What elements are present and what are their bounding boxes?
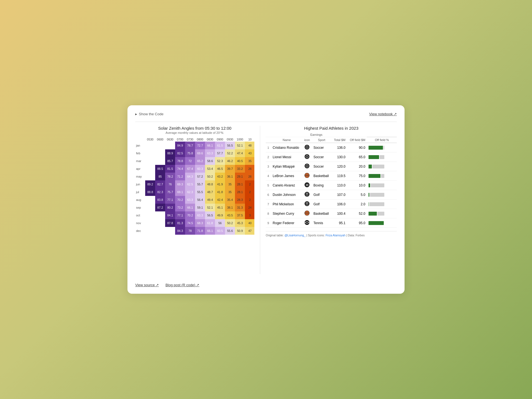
name-cell: Lionel Messi <box>271 152 302 162</box>
icon-cell <box>302 200 312 209</box>
heatmap-container: 0530060006300700073008000830090009301000… <box>135 137 254 235</box>
heatmap-cell: 40.5 <box>235 157 245 165</box>
athlete-row: 1 Cristiano Ronaldo Soccer 136.0 90.0 <box>266 143 397 152</box>
off-field-cell: 20.0 <box>347 162 367 171</box>
show-code-toggle[interactable]: ▶ Show the Code <box>135 112 163 116</box>
bar-cell <box>367 209 397 218</box>
heatmap-cell: 48.7 <box>205 188 215 196</box>
total-cell: 120.0 <box>331 162 347 171</box>
heatmap-cell: 78.7 <box>185 142 195 149</box>
heatmap-cell <box>145 211 155 219</box>
heatmap-cell: 71.2 <box>175 173 185 180</box>
heatmap-cell: 74.4 <box>175 165 185 173</box>
bar-cell <box>367 218 397 228</box>
heatmap-cell: 74.5 <box>185 219 195 227</box>
heatmap-row: may8578.271.264.357.250.243.236.129.126 <box>135 173 254 180</box>
triangle-icon: ▶ <box>135 113 137 116</box>
heatmap-cell: 28.1 <box>235 188 245 196</box>
solar-chart-title: Solar Zenith Angles from 05:30 to 12:00 <box>135 126 254 131</box>
view-notebook-link[interactable]: View notebook ↗ <box>369 112 397 116</box>
col-header: 0900 <box>215 137 225 142</box>
heatmap-cell: 33.2 <box>235 165 245 173</box>
athletes-table-title: Highest Paid Athletes in 2023 <box>266 126 397 131</box>
month-label: mar <box>135 157 145 165</box>
rank-cell: 6 <box>266 190 271 200</box>
total-cell: 110.0 <box>331 181 347 190</box>
heatmap-cell: 26 <box>245 173 254 180</box>
heatmap-cell: 76 <box>165 180 175 188</box>
col-header: 1000 <box>235 137 245 142</box>
heatmap-cell: 49.9 <box>215 211 225 219</box>
svg-point-29 <box>306 193 308 194</box>
heatmap-row: jan84.978.772.766.161.556.552.148 <box>135 142 254 149</box>
month-label: may <box>135 173 145 180</box>
heatmap-cell: 72 <box>185 157 195 165</box>
heatmap-cell: 88.8 <box>145 188 155 196</box>
main-content: Solar Zenith Angles from 05:30 to 12:00 … <box>135 126 397 274</box>
heatmap-cell: 61.5 <box>215 142 225 149</box>
heatmap-cell: 70.2 <box>185 211 195 219</box>
heatmap-cell <box>155 157 165 165</box>
bar-cell <box>367 162 397 171</box>
icon-cell <box>302 143 312 152</box>
rank-cell: 3 <box>266 162 271 171</box>
total-cell: 130.0 <box>331 152 347 162</box>
heatmap-row: apr88.581.574.467.460.353.446.539.733.22… <box>135 165 254 173</box>
heatmap-cell: 57.7 <box>215 149 225 157</box>
show-code-label: Show the Code <box>139 112 163 116</box>
footer-text-mid: | Sports icons: <box>306 234 326 237</box>
bar-cell <box>367 190 397 200</box>
col-header: 0600 <box>155 137 165 142</box>
blog-post-link[interactable]: Blog post (R code) ↗ <box>165 283 199 287</box>
heatmap-cell <box>145 219 155 227</box>
heatmap-cell: 72.7 <box>195 142 205 149</box>
heatmap-cell: 56.5 <box>205 211 215 219</box>
heatmap-cell: 40 <box>245 219 254 227</box>
heatmap-cell: 69.1 <box>175 188 185 196</box>
sport-cell: Tennis <box>312 218 331 228</box>
athlete-row: 4 LeBron James Basketball 119.5 75.0 <box>266 171 397 181</box>
view-source-link[interactable]: View source ↗ <box>135 283 159 287</box>
heatmap-cell: 66.1 <box>205 227 215 235</box>
heatmap-cell: 47 <box>245 227 254 235</box>
name-cell: LeBron James <box>271 171 302 181</box>
month-label: dec <box>135 227 145 235</box>
heatmap-cell: 84.9 <box>175 142 185 149</box>
heatmap-row: nov87.881.374.568.361.85650.245.340 <box>135 219 254 227</box>
heatmap-row: oct84.177.170.263.356.549.943.537.53 <box>135 211 254 219</box>
heatmap-cell <box>145 173 155 180</box>
col-header: 0700 <box>175 137 185 142</box>
heatmap-row: aug83.877.170.263.356.449.442.435.428.32 <box>135 196 254 204</box>
heatmap-cell: 43.2 <box>215 173 225 180</box>
heatmap-cell: 52.3 <box>215 157 225 165</box>
heatmap-cell: 35 <box>225 188 235 196</box>
month-label: nov <box>135 219 145 227</box>
icon-cell <box>302 152 312 162</box>
heatmap-cell: 75.7 <box>165 188 175 196</box>
footer-link-firza[interactable]: Firza Alamsyah <box>326 234 346 237</box>
heatmap-cell: 41.9 <box>215 180 225 188</box>
total-cell: 119.5 <box>331 171 347 181</box>
footer-link-lisa[interactable]: @LisaHornung_ <box>285 234 306 237</box>
heatmap-cell: 46.2 <box>225 157 235 165</box>
heatmap-cell: 85 <box>155 173 165 180</box>
solar-panel: Solar Zenith Angles from 05:30 to 12:00 … <box>135 126 260 274</box>
top-bar: ▶ Show the Code View notebook ↗ <box>135 112 397 116</box>
heatmap-cell: 63.3 <box>185 196 195 204</box>
heatmap-cell <box>155 227 165 235</box>
heatmap-cell: 42.4 <box>215 196 225 204</box>
off-field-cell: 75.0 <box>347 171 367 181</box>
rank-cell: 1 <box>266 143 271 152</box>
earnings-header: Earnings <box>266 132 367 137</box>
heatmap-cell: 65.2 <box>195 157 205 165</box>
athlete-row: 8 Stephen Curry Basketball 100.4 52.0 <box>266 209 397 218</box>
off-field-cell: 65.0 <box>347 152 367 162</box>
heatmap-cell: 35 <box>225 180 235 188</box>
heatmap-cell: 82.3 <box>155 188 165 196</box>
heatmap-cell <box>145 204 155 211</box>
bar-cell <box>367 171 397 181</box>
month-label: sep <box>135 204 145 211</box>
month-label: aug <box>135 196 145 204</box>
athletes-footer: Original table: @LisaHornung_ | Sports i… <box>266 231 397 237</box>
heatmap-cell <box>165 227 175 235</box>
